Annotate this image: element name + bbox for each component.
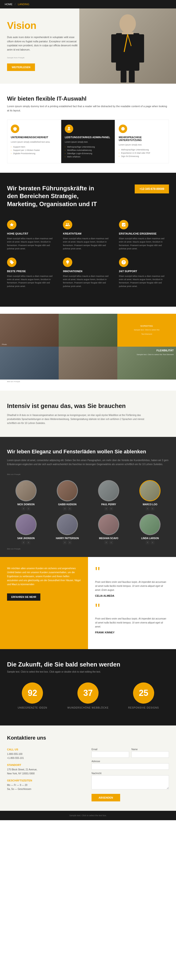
stat-web-label: WUNDERSCHÖNE WEBBLÖCKE [63, 706, 114, 709]
innovationen-icon [63, 258, 72, 267]
quote-2-text: Proin sed libero enim sed faucibus turpi… [95, 617, 169, 628]
marco-avatar [140, 480, 160, 501]
gallery-cell-2 [59, 314, 117, 347]
contact-location-text: 175 Block Street, 21 Avenue,New York, NY… [7, 768, 84, 776]
marco-fb-icon[interactable]: f [146, 507, 149, 511]
harry-tw-icon[interactable]: t [68, 541, 71, 544]
name-input[interactable] [132, 751, 169, 758]
gabbi-tw-icon[interactable]: t [68, 507, 71, 511]
kreativteam-title: KREATIVTEAM [63, 232, 113, 235]
harry-fb-icon[interactable]: f [63, 541, 67, 544]
nick-fb-icon[interactable]: f [22, 507, 25, 511]
it-card-1-title: UNTERNEHMENSSICHERHEIT [11, 136, 57, 138]
it-card-1-list: Support Item Support per 1 Klicken Faste… [11, 145, 57, 155]
bild-label: Bild am Freepik [0, 380, 176, 383]
service-preise: BESTE PREISE Etiam suscipit tellus mauri… [7, 258, 57, 288]
it-card-3-text: Lorem ipsum simply text. [119, 143, 165, 146]
nick-avatar [16, 480, 36, 501]
eleganz-link: Bild von Freepik [7, 473, 169, 476]
it-card-2-title: LEISTUNGSSTARKES ADMIN-PANEL [65, 136, 111, 138]
qualitat-text: Etiam suscipit tellus mauris a diam maxi… [7, 237, 57, 251]
address-label: Adresse [92, 760, 169, 763]
message-label: Nachricht [92, 772, 169, 775]
stat-designs-label: RESPONSIVE DESIGNS [118, 706, 169, 709]
nav-landing[interactable]: LANDING [18, 3, 29, 6]
it-card-2: LEISTUNGSSTARKES ADMIN-PANEL Lorem ipsum… [61, 119, 115, 163]
name-label: Name [132, 748, 169, 751]
svg-rect-6 [122, 32, 133, 34]
eleganz-text: Lorem ipsum dolor sit amet, consectetur … [7, 458, 169, 466]
sam-socials: f t [7, 541, 45, 544]
consulting-header: Wir beraten Führungskräfte in den Bereic… [7, 185, 169, 211]
nav-separator: / [15, 3, 16, 6]
paul-socials: f t [90, 507, 128, 511]
section-it: Wir bieten flexible IT-Auswahl Lorem ips… [0, 84, 176, 173]
hero-content: Vision Duis aute irure dolor in reprehen… [0, 8, 88, 84]
meghan-tw-icon[interactable]: t [109, 541, 113, 544]
it-card-1-text: Lorem ipsum simply established text area… [11, 140, 57, 144]
service-support: 24/7 SUPPORT Etiam suscipit tellus mauri… [119, 258, 169, 288]
stat-designs-circle: 25 [133, 682, 154, 704]
stat-web-circle: 37 [78, 682, 98, 704]
stat-web: 37 WUNDERSCHÖNE WEBBLÖCKE [63, 682, 114, 709]
paul-fb-icon[interactable]: f [105, 507, 108, 511]
marco-socials: f t [131, 507, 169, 511]
stat-ideen-circle: 92 [22, 682, 43, 704]
it-card-3-list: Mehrsprachige Unterstützung Exportieren … [119, 148, 165, 158]
submit-button[interactable]: ABSENDEN [92, 794, 120, 802]
gabbi-fb-icon[interactable]: f [63, 507, 67, 511]
future-subtitle: Sample text. Click to select the text bo… [7, 670, 169, 673]
hero-title: Vision [7, 20, 81, 31]
contact-info: CALL US 1-800-555-100+1-800-555-101 STAN… [7, 748, 84, 802]
service-innovationen: INNOVATIONEN Etiam suscipit tellus mauri… [63, 258, 113, 288]
email-label: Email [92, 748, 129, 751]
gabbi-name: GABBI HUDSON [48, 503, 86, 506]
svg-rect-5 [129, 71, 135, 83]
svg-point-0 [119, 14, 136, 33]
consulting-title: Wir beraten Führungskräfte in den Bereic… [7, 185, 101, 208]
hero-image [79, 8, 176, 84]
linda-tw-icon[interactable]: t [151, 541, 154, 544]
sam-fb-icon[interactable]: f [22, 541, 25, 544]
contact-call-heading: CALL US [7, 748, 84, 751]
email-field-group: Email [92, 748, 129, 760]
team-sam: SAM JHONSON f t [7, 514, 45, 544]
preise-text: Etiam suscipit tellus mauris a diam maxi… [7, 275, 57, 288]
kreativteam-text: Etiam suscipit tellus mauris a diam maxi… [63, 237, 113, 251]
support-icon [119, 258, 128, 267]
phone-button[interactable]: +12-345-678-89089 [135, 185, 169, 193]
linda-fb-icon[interactable]: f [146, 541, 149, 544]
linda-name: LINDA LARSON [131, 537, 169, 539]
section-contact: Kontaktiere uns CALL US 1-800-555-100+1-… [0, 725, 176, 811]
hero-image-link[interactable]: Sample from Freepik [7, 57, 81, 59]
it-card-2-list: Mehrsprachige Unterstützung Workflow-Aut… [65, 145, 111, 158]
ergebnisse-text: Etiam suscipit tellus mauris a diam maxi… [119, 237, 169, 251]
message-textarea[interactable] [92, 775, 169, 789]
flexibility-title: FLEXIBILITÄT [136, 349, 174, 352]
paul-tw-icon[interactable]: t [109, 507, 113, 511]
it-card-2-text: Lorem ipsum simply text. [65, 140, 111, 144]
it-cards-grid: UNTERNEHMENSSICHERHEIT Lorem ipsum simpl… [7, 119, 169, 163]
hero-weiterlesen-button[interactable]: WEITERLESEN [7, 64, 35, 71]
nav-home[interactable]: HOME [5, 3, 13, 6]
ergebnisse-title: ERSTAUNLICHE ERGEBNISSE [119, 232, 169, 235]
email-input[interactable] [92, 751, 129, 758]
section-intensive: Intensiv ist genau das, was Sie brauchen… [0, 391, 176, 437]
preise-title: BESTE PREISE [7, 270, 57, 273]
innovationen-title: INNOVATIONEN [63, 270, 113, 273]
future-title: Die Zukunft, die Sie bald sehen werden [7, 661, 169, 668]
paul-name: PAUL PERRY [90, 503, 128, 506]
contact-location-heading: STANDORT [7, 764, 84, 766]
nick-tw-icon[interactable]: t [27, 507, 30, 511]
testimonial-more-button[interactable]: ERFAHREN SIE MEHR [7, 593, 40, 601]
service-qualitat: HOHE QUALITÄT Etiam suscipit tellus maur… [7, 220, 57, 251]
address-input[interactable] [92, 763, 169, 770]
meghan-fb-icon[interactable]: f [105, 541, 108, 544]
stat-ideen: 92 UNBEGRENZTE IDEEN [7, 682, 58, 709]
team-paul: PAUL PERRY f t [90, 480, 128, 511]
team-freepik-link: Bild von Freepik [7, 548, 169, 550]
svg-rect-4 [121, 71, 127, 83]
services-grid-top: HOHE QUALITÄT Etiam suscipit tellus maur… [7, 220, 169, 251]
sam-tw-icon[interactable]: t [27, 541, 30, 544]
marco-tw-icon[interactable]: t [151, 507, 154, 511]
